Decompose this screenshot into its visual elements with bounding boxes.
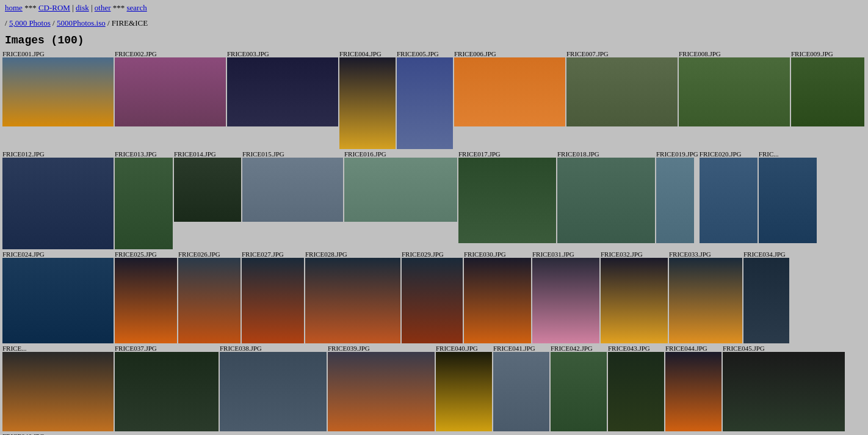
thumb-image bbox=[454, 57, 565, 126]
thumb-item[interactable]: FRICE001.JPG bbox=[2, 50, 114, 149]
thumb-item[interactable]: FRICE030.JPG bbox=[464, 250, 531, 343]
thumb-item[interactable]: FRICE027.JPG bbox=[242, 250, 304, 343]
svg-rect-27 bbox=[344, 158, 457, 222]
thumb-item[interactable]: FRICE007.JPG bbox=[566, 50, 678, 149]
thumb-label: FRICE045.JPG bbox=[723, 345, 845, 352]
svg-rect-9 bbox=[397, 57, 453, 149]
thumb-item[interactable]: FRICE029.JPG bbox=[402, 250, 463, 343]
svg-rect-79 bbox=[723, 352, 845, 431]
thumb-label: FRICE034.JPG bbox=[743, 250, 789, 258]
thumb-image bbox=[532, 258, 599, 343]
svg-rect-13 bbox=[566, 57, 678, 126]
thumb-item[interactable]: FRICE026.JPG bbox=[178, 250, 241, 343]
thumb-label: FRICE014.JPG bbox=[174, 150, 241, 158]
thumb-label: FRICE027.JPG bbox=[242, 250, 304, 258]
thumb-image bbox=[679, 57, 790, 126]
breadcrumb-root: / bbox=[5, 18, 9, 27]
nav-cdrom[interactable]: CD-ROM bbox=[38, 3, 70, 12]
nav-search[interactable]: search bbox=[127, 3, 147, 12]
thumb-image bbox=[397, 57, 453, 149]
svg-rect-25 bbox=[242, 158, 343, 222]
thumb-image bbox=[669, 258, 742, 343]
svg-rect-43 bbox=[178, 258, 241, 343]
page-title: Images (100) bbox=[0, 31, 868, 50]
thumb-image bbox=[436, 352, 492, 431]
thumb-item[interactable]: FRICE... bbox=[2, 345, 114, 431]
svg-rect-55 bbox=[601, 258, 668, 343]
thumb-item[interactable]: FRICE014.JPG bbox=[174, 150, 241, 249]
svg-rect-41 bbox=[115, 258, 177, 343]
thumb-item[interactable]: FRICE002.JPG bbox=[115, 50, 226, 149]
thumb-item[interactable]: FRICE019.JPG bbox=[656, 150, 698, 249]
thumb-item[interactable]: FRICE033.JPG bbox=[669, 250, 742, 343]
thumb-item[interactable]: FRICE045.JPG bbox=[723, 345, 845, 431]
thumb-label: FRICE037.JPG bbox=[115, 345, 219, 352]
thumb-item[interactable]: FRICE034.JPG bbox=[743, 250, 789, 343]
thumb-item[interactable]: FRICE016.JPG bbox=[344, 150, 457, 249]
thumb-image bbox=[464, 258, 531, 343]
svg-rect-5 bbox=[227, 57, 338, 126]
thumb-image bbox=[242, 158, 343, 222]
thumb-item[interactable]: FRICE046.JPG bbox=[2, 433, 76, 435]
svg-rect-39 bbox=[2, 258, 114, 343]
thumb-image bbox=[115, 158, 173, 249]
thumb-item[interactable]: FRICE004.JPG bbox=[339, 50, 396, 149]
thumb-label: FRICE038.JPG bbox=[220, 345, 327, 352]
thumb-image bbox=[305, 258, 400, 343]
thumb-label: FRICE044.JPG bbox=[665, 345, 722, 352]
thumb-item[interactable]: FRICE009.JPG bbox=[791, 50, 864, 149]
thumb-item[interactable]: FRICE006.JPG bbox=[454, 50, 565, 149]
thumb-label: FRICE007.JPG bbox=[566, 50, 678, 57]
thumb-item[interactable]: FRICE018.JPG bbox=[557, 150, 655, 249]
thumb-label: FRICE029.JPG bbox=[402, 250, 463, 258]
thumb-item[interactable]: FRICE044.JPG bbox=[665, 345, 722, 431]
svg-rect-65 bbox=[220, 352, 327, 431]
thumb-label: FRICE009.JPG bbox=[791, 50, 864, 57]
svg-rect-57 bbox=[669, 258, 742, 343]
thumb-item[interactable]: FRICE020.JPG bbox=[700, 150, 758, 249]
svg-rect-3 bbox=[115, 57, 226, 126]
thumb-item[interactable]: FRICE017.JPG bbox=[458, 150, 556, 249]
thumb-label: FRICE040.JPG bbox=[436, 345, 492, 352]
nav-home[interactable]: home bbox=[5, 3, 23, 12]
thumb-item[interactable]: FRICE024.JPG bbox=[2, 250, 114, 343]
thumb-item[interactable]: FRICE008.JPG bbox=[679, 50, 790, 149]
thumb-item[interactable]: FRICE015.JPG bbox=[242, 150, 343, 249]
thumb-image bbox=[551, 352, 607, 431]
thumb-label: FRICE026.JPG bbox=[178, 250, 241, 258]
thumb-image bbox=[227, 57, 338, 126]
thumb-label: FRICE030.JPG bbox=[464, 250, 531, 258]
thumb-item[interactable]: FRIC... bbox=[759, 150, 817, 249]
thumb-item[interactable]: FRICE025.JPG bbox=[115, 250, 177, 343]
thumb-item[interactable]: FRICE031.JPG bbox=[532, 250, 599, 343]
thumb-item[interactable]: FRICE028.JPG bbox=[305, 250, 400, 343]
thumb-item[interactable]: FRICE032.JPG bbox=[601, 250, 668, 343]
thumb-item[interactable]: FRICE037.JPG bbox=[115, 345, 219, 431]
thumb-item[interactable]: FRICE013.JPG bbox=[115, 150, 173, 249]
thumb-item[interactable]: FRICE043.JPG bbox=[608, 345, 664, 431]
thumb-item[interactable]: FRICE038.JPG bbox=[220, 345, 327, 431]
thumb-label: FRICE043.JPG bbox=[608, 345, 664, 352]
thumb-item[interactable]: FRICE012.JPG bbox=[2, 150, 114, 249]
thumb-item[interactable]: FRICE042.JPG bbox=[551, 345, 607, 431]
thumb-item[interactable]: FRICE040.JPG bbox=[436, 345, 492, 431]
thumb-item[interactable]: FRICE041.JPG bbox=[493, 345, 549, 431]
thumb-label: FRICE020.JPG bbox=[700, 150, 758, 158]
thumb-item[interactable]: FRICE003.JPG bbox=[227, 50, 338, 149]
thumb-item[interactable]: FRICE005.JPG bbox=[397, 50, 453, 149]
svg-rect-19 bbox=[2, 158, 114, 249]
thumb-image bbox=[339, 57, 396, 149]
thumb-item[interactable]: FRICE039.JPG bbox=[328, 345, 435, 431]
thumb-label: FRICE024.JPG bbox=[2, 250, 114, 258]
svg-rect-51 bbox=[464, 258, 531, 343]
breadcrumb-photos[interactable]: 5,000 Photos bbox=[9, 18, 51, 27]
thumb-image bbox=[220, 352, 327, 431]
thumb-label: FRICE039.JPG bbox=[328, 345, 435, 352]
svg-rect-23 bbox=[174, 158, 241, 222]
breadcrumb-iso[interactable]: 5000Photos.iso bbox=[57, 18, 106, 27]
thumb-label: FRICE001.JPG bbox=[2, 50, 114, 57]
svg-rect-49 bbox=[402, 258, 463, 343]
nav-sep1: *** bbox=[24, 3, 37, 12]
nav-other[interactable]: other bbox=[95, 3, 111, 12]
nav-disk[interactable]: disk bbox=[76, 3, 89, 12]
